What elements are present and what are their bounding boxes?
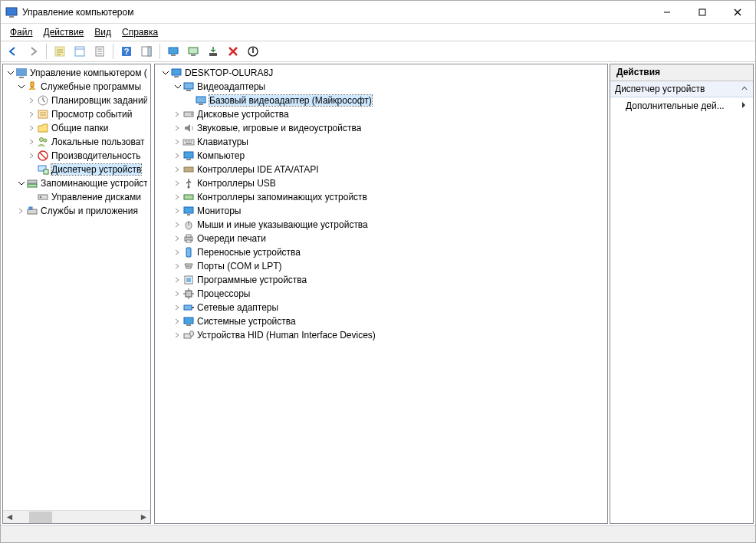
minimize-button[interactable] bbox=[649, 1, 685, 24]
device-cat-software-devices[interactable]: Программные устройства bbox=[155, 273, 607, 287]
chevron-right-icon[interactable] bbox=[172, 316, 182, 327]
chevron-right-icon[interactable] bbox=[172, 109, 182, 120]
menu-view[interactable]: Вид bbox=[90, 25, 116, 39]
device-tree[interactable]: DESKTOP-OLURA8J Видеоадаптеры Базовый ви… bbox=[155, 64, 607, 523]
chevron-down-icon[interactable] bbox=[172, 81, 182, 92]
tree-event-viewer[interactable]: Просмотр событий bbox=[3, 107, 150, 121]
device-cat-storage-ctrl[interactable]: Контроллеры запоминающих устройств bbox=[155, 190, 607, 204]
clock-icon bbox=[37, 94, 49, 107]
chevron-down-icon[interactable] bbox=[15, 81, 26, 92]
device-cat-hid[interactable]: Устройства HID (Human Interface Devices) bbox=[155, 328, 607, 342]
svg-rect-66 bbox=[192, 307, 194, 308]
tree-device-manager[interactable]: Диспетчер устройств bbox=[3, 163, 150, 176]
chevron-right-icon[interactable] bbox=[172, 247, 182, 258]
svg-point-34 bbox=[40, 196, 42, 199]
action-pane-button[interactable] bbox=[137, 42, 156, 61]
device-cat-disk[interactable]: Дисковые устройства bbox=[155, 107, 607, 121]
chevron-right-icon[interactable] bbox=[172, 192, 182, 202]
help-button[interactable]: ? bbox=[117, 42, 136, 61]
device-basic-video-adapter[interactable]: Базовый видеоадаптер (Майкрософт) bbox=[155, 94, 607, 107]
network-adapter-icon bbox=[182, 301, 195, 314]
device-cat-video[interactable]: Видеоадаптеры bbox=[155, 80, 607, 94]
svg-rect-52 bbox=[187, 214, 190, 216]
device-cat-network[interactable]: Сетевые адаптеры bbox=[155, 301, 607, 314]
tree-root-computer-mgmt[interactable]: Управление компьютером (л bbox=[3, 66, 150, 80]
scroll-right-arrow[interactable]: ► bbox=[137, 512, 150, 523]
chevron-right-icon[interactable] bbox=[172, 150, 182, 161]
close-button[interactable] bbox=[720, 1, 755, 24]
actions-section-device-manager[interactable]: Диспетчер устройств bbox=[610, 81, 753, 97]
nav-back-button[interactable] bbox=[4, 42, 22, 61]
chevron-right-icon[interactable] bbox=[172, 206, 182, 216]
chevron-right-icon[interactable] bbox=[172, 219, 182, 230]
nav-forward-button[interactable] bbox=[24, 42, 42, 61]
device-cat-keyboards[interactable]: Клавиатуры bbox=[155, 135, 607, 149]
actions-item-label: Дополнительные дей... bbox=[626, 100, 725, 111]
chevron-right-icon[interactable] bbox=[172, 178, 182, 189]
scroll-left-arrow[interactable]: ◄ bbox=[3, 512, 16, 523]
device-cat-ide[interactable]: Контроллеры IDE ATA/ATAPI bbox=[155, 163, 607, 176]
menu-action[interactable]: Действие bbox=[39, 25, 89, 39]
tree-services-apps[interactable]: Службы и приложения bbox=[3, 204, 150, 218]
chevron-down-icon[interactable] bbox=[5, 67, 15, 78]
device-root[interactable]: DESKTOP-OLURA8J bbox=[155, 66, 607, 80]
device-cat-portable[interactable]: Переносные устройства bbox=[155, 245, 607, 259]
device-cat-processors[interactable]: Процессоры bbox=[155, 287, 607, 301]
tree-system-tools[interactable]: Служебные программы bbox=[3, 80, 150, 94]
scroll-thumb[interactable] bbox=[29, 512, 52, 523]
collapse-icon[interactable] bbox=[741, 84, 748, 94]
chevron-right-icon[interactable] bbox=[172, 123, 182, 133]
device-label: Процессоры bbox=[197, 288, 251, 299]
chevron-right-icon[interactable] bbox=[15, 206, 26, 216]
device-cat-usb[interactable]: Контроллеры USB bbox=[155, 176, 607, 190]
chevron-right-icon[interactable] bbox=[172, 275, 182, 285]
chevron-right-icon[interactable] bbox=[172, 137, 182, 147]
disable-button[interactable] bbox=[244, 42, 262, 61]
device-cat-print-queues[interactable]: Очереди печати bbox=[155, 232, 607, 245]
show-tree-button[interactable] bbox=[51, 42, 69, 61]
maximize-button[interactable] bbox=[685, 1, 720, 24]
uninstall-button[interactable] bbox=[224, 42, 242, 61]
chevron-right-icon[interactable] bbox=[26, 95, 37, 106]
export-list-button[interactable] bbox=[90, 42, 109, 61]
device-cat-mice[interactable]: Мыши и иные указывающие устройства bbox=[155, 218, 607, 232]
svg-point-25 bbox=[40, 138, 44, 142]
device-cat-computer[interactable]: Компьютер bbox=[155, 149, 607, 163]
chevron-right-icon[interactable] bbox=[172, 261, 182, 272]
device-cat-ports[interactable]: Порты (COM и LPT) bbox=[155, 259, 607, 273]
menu-help[interactable]: Справка bbox=[117, 25, 163, 39]
scope-tree[interactable]: Управление компьютером (л Служебные прог… bbox=[3, 64, 150, 510]
update-driver-button[interactable] bbox=[184, 42, 202, 61]
left-pane-scrollbar[interactable]: ◄ ► bbox=[3, 510, 150, 523]
menu-file[interactable]: Файл bbox=[5, 25, 38, 39]
chevron-right-icon[interactable] bbox=[172, 302, 182, 313]
chevron-right-icon[interactable] bbox=[172, 233, 182, 244]
chevron-right-icon[interactable] bbox=[26, 109, 37, 120]
add-legacy-button[interactable] bbox=[204, 42, 222, 61]
tree-shared-folders[interactable]: Общие папки bbox=[3, 121, 150, 135]
scan-hardware-button[interactable] bbox=[164, 42, 182, 61]
tree-task-scheduler[interactable]: Планировщик заданий bbox=[3, 94, 150, 107]
device-cat-system[interactable]: Системные устройства bbox=[155, 314, 607, 328]
tree-disk-management[interactable]: Управление дисками bbox=[3, 190, 150, 204]
chevron-right-icon[interactable] bbox=[26, 123, 37, 133]
device-cat-monitors[interactable]: Мониторы bbox=[155, 204, 607, 218]
tree-storage[interactable]: Запоминающие устройст bbox=[3, 176, 150, 190]
mouse-icon bbox=[182, 219, 195, 231]
actions-section-label: Диспетчер устройств bbox=[615, 84, 705, 94]
device-label: Программные устройства bbox=[197, 275, 307, 285]
properties-button[interactable] bbox=[71, 42, 89, 61]
device-cat-sound[interactable]: Звуковые, игровые и видеоустройства bbox=[155, 121, 607, 135]
device-label: Устройства HID (Human Interface Devices) bbox=[197, 330, 376, 341]
chevron-down-icon[interactable] bbox=[15, 178, 26, 189]
chevron-right-icon[interactable] bbox=[172, 330, 182, 341]
tree-performance[interactable]: Производительность bbox=[3, 149, 150, 163]
chevron-right-icon[interactable] bbox=[26, 137, 37, 147]
chevron-right-icon[interactable] bbox=[172, 288, 182, 299]
actions-more[interactable]: Дополнительные дей... bbox=[610, 97, 753, 114]
tree-local-users[interactable]: Локальные пользоват bbox=[3, 135, 150, 149]
chevron-right-icon[interactable] bbox=[172, 164, 182, 175]
svg-rect-38 bbox=[174, 76, 179, 77]
chevron-right-icon[interactable] bbox=[26, 150, 37, 161]
chevron-down-icon[interactable] bbox=[159, 67, 170, 78]
